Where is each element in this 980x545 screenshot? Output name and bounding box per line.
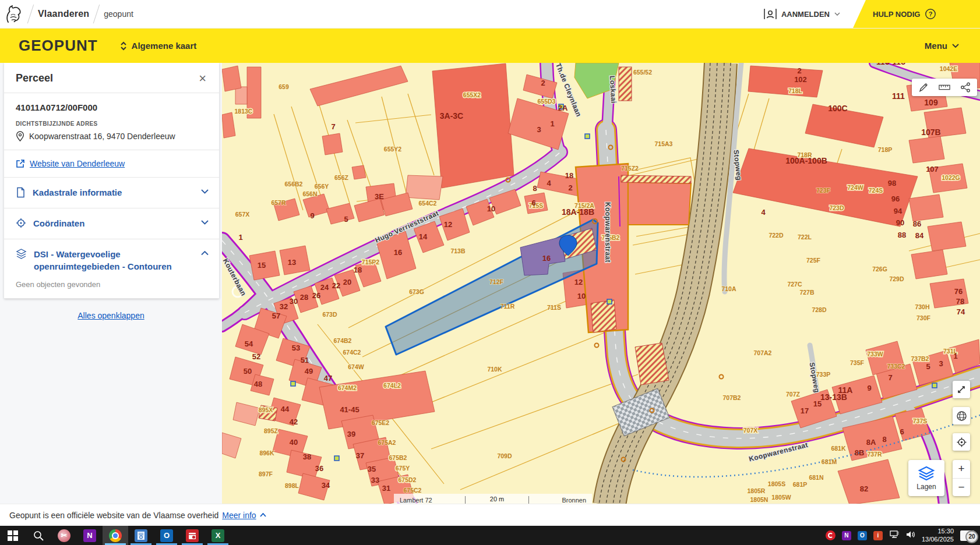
house-number-label: 8 [882, 435, 886, 444]
house-number-label: 3 [939, 359, 943, 368]
layers-button[interactable]: Lagen [908, 460, 944, 496]
parcel-label: 1805S [768, 480, 785, 487]
notification-center[interactable]: 20 [960, 530, 974, 541]
menu-button[interactable]: Menu [925, 41, 980, 51]
parcel-label: 707Z [786, 391, 801, 398]
parcel-label: 723F [816, 187, 831, 194]
house-number-label: 2 [797, 66, 801, 75]
zoom-out-button[interactable]: − [953, 479, 970, 497]
info-tray-icon[interactable]: i [873, 531, 883, 540]
menu-label: Menu [925, 41, 947, 51]
house-number-label: 90 [896, 218, 904, 227]
house-number-label: 35 [368, 465, 376, 473]
onenote-tray-icon[interactable]: N [842, 531, 851, 540]
certificate-app-icon[interactable] [128, 526, 154, 545]
sources-link[interactable]: Bronnen [562, 497, 586, 504]
house-number-label: 16 [394, 248, 402, 257]
breadcrumb-app[interactable]: geopunt [104, 9, 133, 19]
house-number-label: 30 [290, 297, 298, 306]
measure-ruler-button[interactable] [939, 82, 950, 93]
network-tray-icon[interactable] [889, 530, 900, 541]
chevron-down-icon [834, 12, 840, 16]
volume-tray-icon[interactable] [906, 530, 915, 541]
globe-button[interactable] [953, 407, 970, 424]
excel-icon[interactable]: X [205, 526, 231, 545]
parcel-label: 737R [867, 451, 882, 458]
meer-info-link[interactable]: Meer info [222, 511, 256, 520]
question-icon: ? [925, 8, 936, 20]
brand-vlaanderen[interactable]: Vlaanderen [38, 9, 89, 19]
parcel-label: 718L [788, 87, 803, 94]
parcel-label: 675E2 [372, 419, 390, 426]
section-coordinaten[interactable]: Coördinaten [4, 208, 219, 239]
parcel-label: 707A2 [754, 349, 772, 356]
geolocation-button[interactable] [953, 433, 970, 451]
house-number-label: 107 [926, 165, 939, 174]
fullscreen-button[interactable] [953, 381, 970, 398]
parcel-label: 711R [500, 303, 515, 310]
antivirus-tray-icon[interactable] [826, 530, 836, 540]
sidebar-footer: Alles openklappen [0, 299, 222, 335]
parcel-label: 898L [285, 482, 299, 489]
search-button[interactable] [26, 526, 51, 545]
location-pin-icon [16, 131, 24, 141]
house-number-label: 98 [888, 179, 896, 187]
map-canvas[interactable]: 6591813C655X2655Y2656Z656B2656Y656N657R6… [222, 63, 980, 504]
geopunt-logo[interactable]: GEOPUNT [0, 37, 120, 55]
house-number-label: 10 [577, 292, 586, 300]
parcel-label: 715P2 [362, 259, 380, 266]
share-button[interactable] [960, 82, 971, 93]
parcel-label: 674M2 [338, 384, 357, 391]
footer-text: Geopunt is een officiële website van de … [9, 511, 218, 520]
outlook-tray-icon[interactable]: O [858, 531, 867, 540]
projection-label: Lambert 72 [400, 497, 432, 504]
snipping-tool-icon[interactable]: ✂ [51, 526, 77, 545]
outlook-icon[interactable]: O [154, 526, 179, 545]
house-number-label: 41-45 [340, 405, 359, 414]
address-row: Koopwarenstraat 16, 9470 Denderleeuw [16, 131, 207, 141]
screen: Vlaanderen geopunt AANMELDEN HULP NODIG … [0, 0, 980, 545]
close-icon[interactable]: × [196, 75, 209, 83]
zoom-in-button[interactable]: + [953, 460, 970, 479]
section-kadastrale-informatie[interactable]: Kadastrale informatie [4, 178, 219, 208]
panel-title: Perceel [16, 72, 53, 84]
chrome-icon[interactable] [103, 526, 128, 545]
house-number-label: 49 [305, 367, 313, 376]
parcel-label: 1813C [235, 108, 253, 115]
website-link-row: Website van Denderleeuw [4, 150, 219, 178]
expand-all-link[interactable]: Alles openklappen [77, 311, 144, 320]
vlaanderen-lion-logo [3, 3, 23, 26]
house-number-label: 9 [867, 384, 871, 392]
map-switcher[interactable]: Algemene kaart [120, 41, 197, 51]
house-number-label: 38 [303, 452, 311, 461]
map-toolbar [912, 79, 977, 96]
onenote-icon[interactable]: N [77, 526, 103, 545]
topbar-right: AANMELDEN HULP NODIG ? [751, 0, 980, 28]
map-side-buttons [953, 381, 970, 451]
house-number-label: 28 [300, 293, 308, 302]
house-number-label: 86 [913, 220, 921, 228]
website-link[interactable]: Website van Denderleeuw [30, 159, 125, 168]
chevron-down-icon [952, 44, 959, 48]
parcel-label: 733W [867, 351, 883, 358]
scale-bar: 20 m [465, 496, 529, 504]
start-button[interactable] [0, 526, 26, 545]
house-number-label: 4 [761, 208, 766, 217]
section-dsi-watergevoelige[interactable]: DSI - Watergevoelige openruimtegebieden … [4, 239, 219, 277]
map[interactable]: 6591813C655X2655Y2656Z656B2656Y656N657R6… [222, 63, 980, 504]
house-number-label: 39 [347, 430, 355, 438]
hulp-nodig-button[interactable]: HULP NODIG ? [853, 0, 980, 28]
house-number-label: 5 [926, 362, 930, 371]
house-number-label: 1 [550, 119, 554, 128]
house-number-label: 100A-100B [785, 156, 827, 165]
taskbar-clock[interactable]: 15:30 13/06/2025 [922, 528, 954, 544]
geopunt-header: GEOPUNT Algemene kaart Menu [0, 29, 980, 63]
timesheet-app-icon[interactable] [179, 526, 205, 545]
draw-pencil-button[interactable] [918, 82, 929, 93]
parcel-label: 1805N [750, 496, 769, 503]
street-name-label: Loskaai [608, 76, 618, 104]
house-number-label: 15 [258, 261, 266, 270]
aanmelden-button[interactable]: AANMELDEN [751, 0, 853, 28]
house-number-label: 40 [290, 438, 298, 447]
parcel-label: 681N [809, 474, 823, 481]
